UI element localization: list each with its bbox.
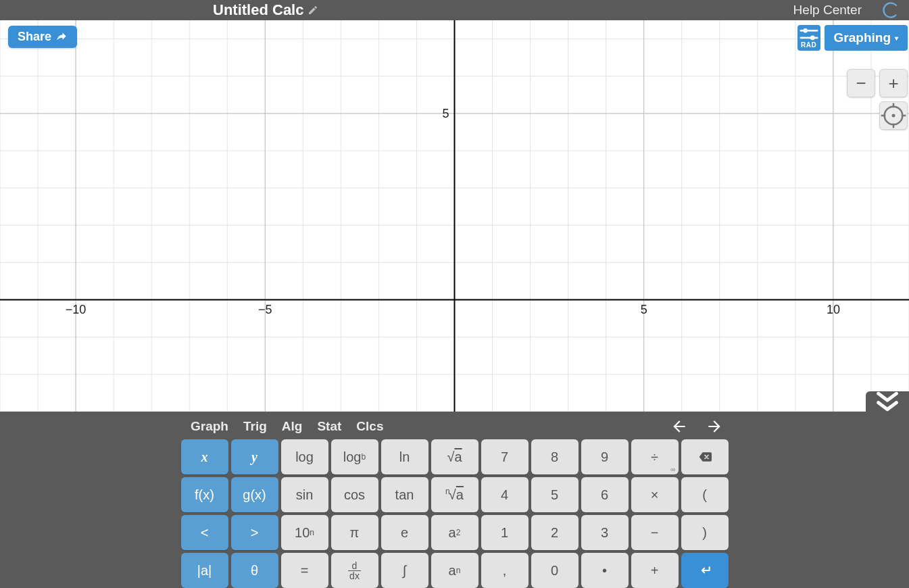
key-ddx[interactable]: ddx <box>331 553 378 588</box>
caret-down-icon: ▾ <box>895 34 898 42</box>
key-lparen[interactable]: ( <box>681 477 729 512</box>
kb-tab-alg[interactable]: Alg <box>282 419 303 434</box>
document-title: Untitled Calc <box>213 1 303 19</box>
key-sqrt[interactable]: √a <box>431 439 478 474</box>
key-rparen[interactable]: ) <box>681 515 729 550</box>
zoom-home-button[interactable] <box>879 101 908 130</box>
zoom-controls: − + <box>847 69 908 130</box>
key-theta[interactable]: θ <box>231 553 278 588</box>
edit-title-icon[interactable] <box>308 5 318 16</box>
svg-text:−10: −10 <box>66 303 87 316</box>
key-7[interactable]: 7 <box>481 439 529 474</box>
key-abs[interactable]: |a| <box>181 553 228 588</box>
svg-point-0 <box>882 1 900 19</box>
key-6[interactable]: 6 <box>581 477 629 512</box>
key-nroot[interactable]: n√a <box>431 477 478 512</box>
key-integral[interactable]: ∫ <box>381 553 428 588</box>
cursor-left-button[interactable] <box>670 418 688 435</box>
onscreen-keyboard: Graph Trig Alg Stat Clcs xyloglogbln√a78… <box>0 412 909 588</box>
kb-tab-graph[interactable]: Graph <box>191 419 228 434</box>
app-logo-icon[interactable] <box>882 1 900 19</box>
key-dot[interactable]: • <box>581 553 629 588</box>
svg-point-54 <box>810 36 815 41</box>
key-9[interactable]: 9 <box>581 439 629 474</box>
key-logb[interactable]: logb <box>331 439 378 474</box>
key-eq[interactable]: = <box>281 553 328 588</box>
title-bar: Untitled Calc Help Center <box>0 0 909 20</box>
zoom-out-button[interactable]: − <box>847 69 875 97</box>
key-sin[interactable]: sin <box>281 477 328 512</box>
key-x[interactable]: x <box>181 439 228 474</box>
key-tenp[interactable]: 10n <box>281 515 328 550</box>
key-tan[interactable]: tan <box>381 477 428 512</box>
help-center-link[interactable]: Help Center <box>793 3 862 18</box>
key-enter[interactable] <box>681 553 729 588</box>
share-arrow-icon <box>55 31 68 43</box>
svg-point-56 <box>892 114 895 118</box>
key-plus[interactable]: + <box>631 553 679 588</box>
svg-text:5: 5 <box>641 303 647 316</box>
keys-grid: xyloglogbln√a789÷∞f(x)g(x)sincostann√a45… <box>181 439 729 588</box>
key-y[interactable]: y <box>231 439 278 474</box>
keyboard-tabs: Graph Trig Alg Stat Clcs <box>0 414 909 438</box>
key-lt[interactable]: < <box>181 515 228 550</box>
key-5[interactable]: 5 <box>531 477 579 512</box>
key-8[interactable]: 8 <box>531 439 579 474</box>
document-title-area[interactable]: Untitled Calc <box>213 1 318 19</box>
key-pi[interactable]: π <box>331 515 378 550</box>
svg-text:10: 10 <box>827 303 840 316</box>
key-gt[interactable]: > <box>231 515 278 550</box>
key-mul[interactable]: × <box>631 477 679 512</box>
key-e[interactable]: e <box>381 515 428 550</box>
key-1[interactable]: 1 <box>481 515 529 550</box>
key-backspace[interactable] <box>681 439 729 474</box>
key-3[interactable]: 3 <box>581 515 629 550</box>
kb-tab-trig[interactable]: Trig <box>243 419 267 434</box>
svg-point-53 <box>803 28 808 33</box>
chevrons-down-icon <box>866 391 909 412</box>
svg-text:5: 5 <box>442 107 449 120</box>
key-comma[interactable]: , <box>481 553 529 588</box>
zoom-in-button[interactable]: + <box>879 69 908 97</box>
key-gx[interactable]: g(x) <box>231 477 278 512</box>
key-div[interactable]: ÷∞ <box>631 439 679 474</box>
collapse-keyboard-tab[interactable] <box>866 391 909 412</box>
keyboard-cursor-arrows <box>670 418 723 435</box>
share-button[interactable]: Share <box>8 26 77 48</box>
key-fx[interactable]: f(x) <box>181 477 228 512</box>
key-minus[interactable]: − <box>631 515 679 550</box>
kb-tab-stat[interactable]: Stat <box>317 419 341 434</box>
top-right-controls: RAD Graphing ▾ <box>797 25 908 51</box>
crosshair-icon <box>880 102 907 129</box>
key-apown[interactable]: an <box>431 553 478 588</box>
key-2[interactable]: 2 <box>531 515 579 550</box>
cursor-right-button[interactable] <box>706 418 723 435</box>
svg-text:−5: −5 <box>258 303 272 316</box>
key-cos[interactable]: cos <box>331 477 378 512</box>
key-log[interactable]: log <box>281 439 328 474</box>
key-0[interactable]: 0 <box>531 553 579 588</box>
angle-mode-button[interactable]: RAD <box>797 25 820 51</box>
kb-tab-clcs[interactable]: Clcs <box>356 419 383 434</box>
graph-canvas[interactable]: −10−55105 Share RAD Graphing ▾ − + <box>0 20 909 412</box>
calculator-mode-dropdown[interactable]: Graphing ▾ <box>825 25 908 51</box>
key-asq[interactable]: a2 <box>431 515 478 550</box>
sliders-icon <box>797 27 820 41</box>
key-ln[interactable]: ln <box>381 439 428 474</box>
coordinate-plane: −10−55105 <box>0 20 909 412</box>
key-4[interactable]: 4 <box>481 477 529 512</box>
